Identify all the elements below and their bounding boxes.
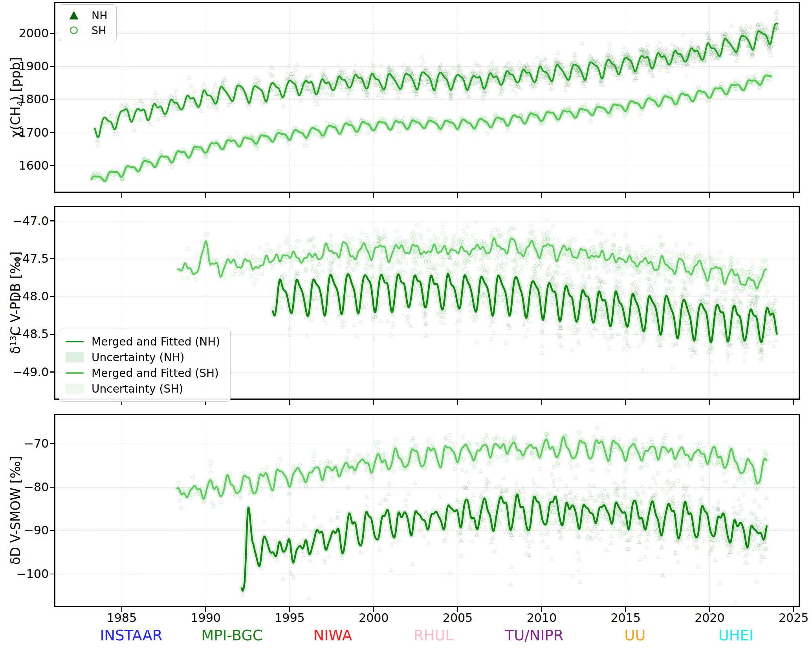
x-tick-label: 2025 (779, 611, 808, 625)
x-tick-mark (373, 400, 374, 405)
uncertainty-sh-patch-icon (66, 384, 84, 394)
x-tick-label: 2000 (359, 611, 389, 625)
x-tick-label: 1985 (107, 611, 137, 625)
legend-item-label: Uncertainty (SH) (92, 382, 183, 395)
y-tick-label: −100 (5, 567, 49, 581)
legend-hemispheres: NH SH (59, 4, 117, 41)
y-tick-mark (50, 132, 55, 133)
institution-label-uhei: UHEI (718, 627, 753, 644)
x-tick-mark (121, 193, 123, 198)
x-tick-mark (289, 193, 290, 198)
y-tick-mark (50, 487, 55, 488)
y-tick-mark (50, 574, 55, 575)
x-tick-mark (541, 193, 543, 198)
x-tick-label: 2015 (610, 611, 640, 625)
institution-label-rhul: RHUL (414, 627, 453, 644)
x-tick-label: 2020 (695, 611, 724, 625)
figure-root: χ(CH4) [ppb] δ13C V-PDB [‰] δD V-SMOW [‰… (0, 0, 812, 649)
sh-circle-icon (65, 26, 83, 35)
x-tick-mark (793, 400, 794, 405)
x-tick-mark (541, 400, 543, 405)
x-tick-mark (205, 193, 206, 198)
legend-item-uncertainty-nh: Uncertainty (NH) (66, 349, 220, 365)
legend-item-nh: NH (65, 8, 108, 23)
uncertainty-nh-patch-icon (66, 352, 84, 362)
institution-label-uu: UU (624, 627, 645, 644)
x-tick-mark (457, 400, 458, 405)
y-tick-label: −90 (5, 524, 49, 537)
y-tick-label: −80 (5, 481, 49, 494)
x-tick-mark (457, 193, 458, 198)
y-tick-mark (50, 296, 55, 297)
y-tick-mark (50, 443, 55, 444)
legend-item-label: Merged and Fitted (NH) (92, 335, 220, 348)
institution-label-instaar: INSTAAR (100, 627, 162, 644)
y-tick-label: 1800 (5, 93, 49, 106)
legend-item-fitted-sh: Merged and Fitted (SH) (66, 365, 220, 381)
x-tick-label: 2005 (443, 611, 473, 625)
legend-item-label: NH (92, 9, 108, 22)
y-tick-label: −47.0 (5, 214, 49, 228)
y-tick-label: −48.5 (5, 327, 49, 341)
fitted-nh-line-icon (66, 341, 84, 342)
legend-item-label: SH (92, 24, 106, 37)
legend-item-sh: SH (65, 23, 108, 38)
deltad-chart-canvas (55, 415, 799, 606)
x-tick-label: 1990 (191, 611, 220, 625)
nh-triangle-icon (65, 11, 83, 20)
x-tick-label: 2010 (527, 611, 557, 625)
y-tick-label: −47.5 (5, 252, 49, 265)
y-tick-label: −48.0 (5, 290, 49, 303)
institution-label-niwa: NIWA (313, 627, 352, 644)
y-tick-mark (50, 220, 55, 221)
y-tick-mark (50, 334, 55, 335)
y-tick-label: 2000 (5, 27, 49, 40)
y-axis-title-deltad: δD V-SMOW [‰] (8, 456, 25, 565)
x-tick-mark (793, 193, 794, 198)
y-tick-mark (50, 371, 55, 373)
panel-ch4-mole-fraction (54, 2, 800, 193)
y-tick-label: 1900 (5, 60, 49, 73)
institution-label-tunipr: TU/NIPR (505, 627, 564, 644)
legend-item-label: Uncertainty (NH) (92, 351, 184, 364)
x-tick-mark (289, 400, 290, 405)
x-tick-mark (373, 193, 374, 198)
y-tick-label: −70 (5, 437, 49, 450)
x-tick-mark (625, 400, 626, 405)
y-tick-mark (50, 99, 55, 100)
legend-fit: Merged and Fitted (NH) Uncertainty (NH) … (59, 329, 231, 402)
x-tick-mark (625, 193, 626, 198)
panel-deltad (54, 414, 800, 607)
institution-label-mpibgc: MPI-BGC (201, 627, 262, 644)
x-tick-mark (709, 400, 710, 405)
y-tick-mark (50, 530, 55, 531)
y-tick-label: −49.0 (5, 366, 49, 379)
legend-item-label: Merged and Fitted (SH) (92, 367, 219, 380)
ch4-chart-canvas (55, 3, 799, 192)
fitted-sh-line-icon (66, 372, 84, 374)
y-tick-mark (50, 258, 55, 260)
legend-item-fitted-nh: Merged and Fitted (NH) (66, 334, 220, 349)
y-tick-mark (50, 33, 55, 34)
x-tick-mark (709, 193, 710, 198)
y-tick-label: 1700 (5, 126, 49, 139)
y-tick-label: 1600 (5, 159, 49, 172)
legend-item-uncertainty-sh: Uncertainty (SH) (66, 381, 220, 397)
y-tick-mark (50, 66, 55, 67)
y-tick-mark (50, 165, 55, 166)
x-tick-label: 1995 (275, 611, 304, 625)
